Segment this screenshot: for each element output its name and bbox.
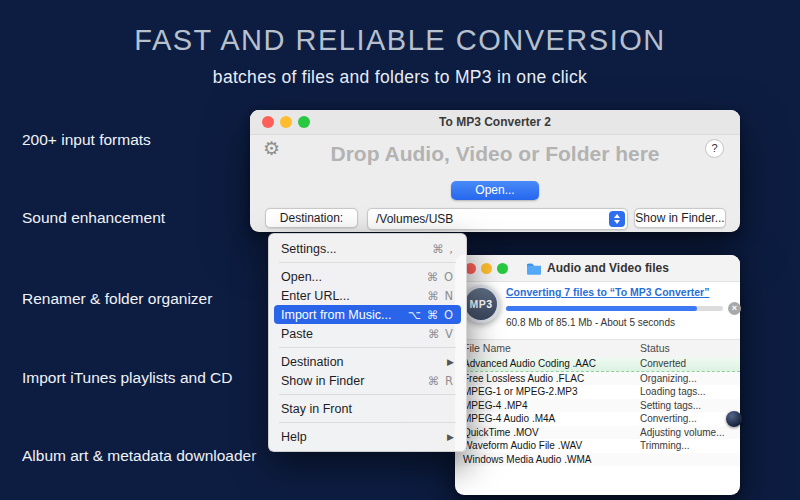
menu-item[interactable]: Import from Music... ⌥ ⌘ O	[274, 305, 461, 324]
column-header-file-name[interactable]: File Name	[463, 342, 511, 354]
menu-item-shortcut: ⌘ ,	[432, 242, 454, 256]
stepper-icon	[609, 211, 625, 227]
help-button[interactable]: ?	[705, 139, 724, 158]
page-subtitle: batches of files and folders to MP3 in o…	[0, 67, 800, 88]
menu-item-shortcut: ▶	[447, 357, 454, 367]
file-name-cell: MPEG-1 or MPEG-2.MP3	[463, 386, 577, 397]
show-in-finder-button[interactable]: Show in Finder...	[634, 208, 726, 228]
menu-item-label: Paste	[281, 327, 313, 341]
table-row[interactable]: Windows Media Audio .WMA	[455, 453, 740, 467]
file-status-cell: Setting tags...	[640, 400, 701, 411]
file-name-cell: Windows Media Audio .WMA	[463, 454, 591, 465]
destination-path: /Volumes/USB	[376, 212, 453, 226]
menu-separator	[279, 262, 456, 263]
menu-item[interactable]: Open... ⌘ O	[274, 267, 461, 286]
feature-item: Import iTunes playlists and CD	[22, 369, 232, 387]
window-title: To MP3 Converter 2	[250, 115, 740, 129]
file-status-cell: Loading tags...	[640, 386, 706, 397]
file-status-cell: Adjusting volume...	[640, 427, 725, 438]
file-name-cell: MPEG-4 .MP4	[463, 400, 527, 411]
drop-zone[interactable]: Drop Audio, Video or Folder here	[290, 142, 700, 170]
file-name-cell: Waveform Audio File .WAV	[463, 440, 582, 451]
progress-fill	[506, 306, 697, 311]
folder-icon	[526, 262, 542, 275]
table-row[interactable]: MPEG-1 or MPEG-2.MP3 Loading tags...	[455, 385, 740, 399]
file-name-cell: Advanced Audio Coding .AAC	[463, 358, 596, 369]
page-background: FAST AND RELIABLE CONVERSION batches of …	[0, 0, 800, 500]
menu-item[interactable]: Show in Finder ⌘ R	[274, 371, 461, 390]
progress-detail: 60.8 Mb of 85.1 Mb - About 5 seconds	[506, 317, 675, 328]
destination-select[interactable]: /Volumes/USB	[367, 208, 628, 230]
cancel-button[interactable]: ×	[728, 302, 741, 315]
menu-item-label: Enter URL...	[281, 289, 350, 303]
conversion-status-link[interactable]: Converting 7 files to “To MP3 Converter”	[506, 286, 709, 298]
menu-item[interactable]: Help ▶	[274, 427, 461, 446]
menu-item-label: Open...	[281, 270, 322, 284]
file-name-cell: Free Lossless Audio .FLAC	[463, 373, 584, 384]
window-titlebar: Audio and Video files	[455, 255, 740, 282]
file-status-cell: Trimming...	[640, 440, 690, 451]
progress-bar	[506, 306, 723, 311]
menu-item-label: Settings...	[281, 242, 337, 256]
menu-item[interactable]: Settings... ⌘ ,	[274, 239, 461, 258]
open-button[interactable]: Open...	[451, 181, 539, 200]
drop-zone-label: Drop Audio, Video or Folder here	[330, 142, 659, 165]
page-title: FAST AND RELIABLE CONVERSION	[0, 24, 800, 57]
converter-window: To MP3 Converter 2 ⚙ Drop Audio, Video o…	[250, 110, 740, 232]
window-titlebar: To MP3 Converter 2	[250, 110, 740, 135]
file-name-cell: QuickTime .MOV	[463, 427, 539, 438]
gear-icon[interactable]: ⚙	[263, 139, 280, 158]
menu-separator	[279, 347, 456, 348]
files-window: Audio and Video files MP3 Converting 7 f…	[455, 255, 740, 495]
table-row[interactable]: Free Lossless Audio .FLAC Organizing...	[455, 372, 740, 386]
menu-item-shortcut: ⌘ V	[428, 327, 454, 341]
window-title: Audio and Video files	[547, 261, 669, 275]
window-title-group: Audio and Video files	[455, 255, 740, 281]
menu-item[interactable]: Destination ▶	[274, 352, 461, 371]
menu-item-label: Stay in Front	[281, 402, 352, 416]
menu-item-shortcut: ⌘ R	[428, 374, 454, 388]
menu-item-shortcut: ▶	[447, 432, 454, 442]
menu-item-shortcut: ⌘ N	[427, 289, 454, 303]
file-status-cell: Converting...	[640, 413, 697, 424]
menu-separator	[279, 394, 456, 395]
table-row[interactable]: Advanced Audio Coding .AAC Converted	[455, 357, 740, 372]
globe-icon	[726, 411, 742, 427]
menu-item[interactable]: Paste ⌘ V	[274, 324, 461, 343]
menu-item-label: Destination	[281, 355, 344, 369]
table-header: File Name Status	[455, 339, 740, 358]
menu-item[interactable]: Stay in Front	[274, 399, 461, 418]
menu-item-label: Show in Finder	[281, 374, 364, 388]
table-row[interactable]: QuickTime .MOV Adjusting volume...	[455, 426, 740, 440]
context-menu: Settings... ⌘ , Open... ⌘ O Enter URL...…	[268, 233, 467, 452]
file-name-cell: MPEG-4 Audio .M4A	[463, 413, 555, 424]
feature-item: Renamer & folder organizer	[22, 290, 212, 308]
file-list: Advanced Audio Coding .AAC Converted Fre…	[455, 357, 740, 466]
table-row[interactable]: MPEG-4 .MP4 Setting tags...	[455, 399, 740, 413]
menu-item[interactable]: Enter URL... ⌘ N	[274, 286, 461, 305]
table-row[interactable]: Waveform Audio File .WAV Trimming...	[455, 439, 740, 453]
menu-item-shortcut: ⌘ O	[427, 270, 454, 284]
menu-item-label: Help	[281, 430, 307, 444]
menu-separator	[279, 422, 456, 423]
feature-item: Album art & metadata downloader	[22, 447, 256, 465]
menu-item-shortcut: ⌥ ⌘ O	[408, 308, 454, 322]
destination-button[interactable]: Destination:	[265, 208, 358, 228]
feature-item: Sound enhancement	[22, 209, 165, 227]
feature-item: 200+ input formats	[22, 131, 151, 149]
file-status-cell: Converted	[640, 358, 686, 369]
column-header-status[interactable]: Status	[640, 342, 670, 354]
mp3-badge-icon: MP3	[462, 285, 500, 323]
menu-item-label: Import from Music...	[281, 308, 391, 322]
file-status-cell: Organizing...	[640, 373, 697, 384]
table-row[interactable]: MPEG-4 Audio .M4A Converting...	[455, 412, 740, 426]
